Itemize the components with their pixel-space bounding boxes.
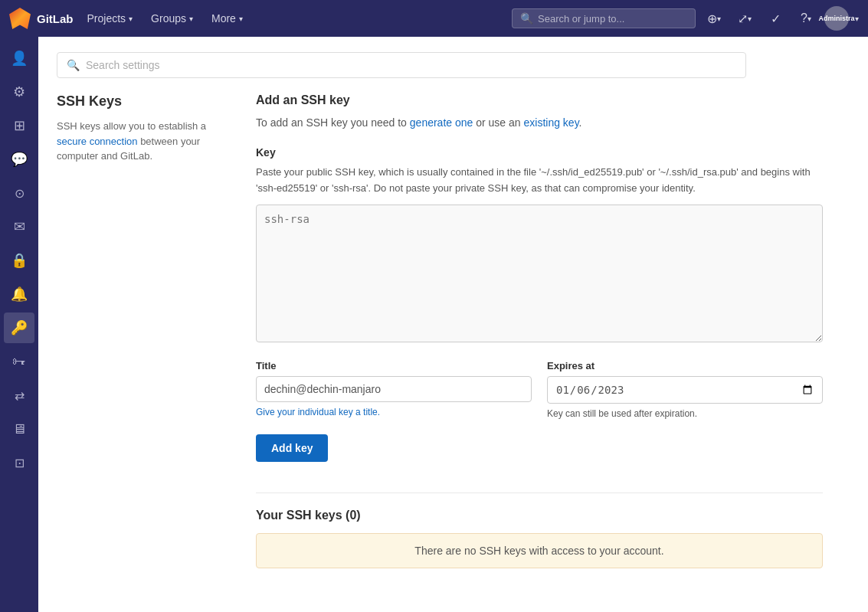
sidebar-item-lock[interactable]: 🔒 bbox=[4, 245, 34, 276]
plus-icon: ⊕ bbox=[707, 11, 717, 26]
mail-icon: ✉ bbox=[14, 218, 25, 235]
content-area: SSH Keys SSH keys allow you to establish… bbox=[57, 93, 823, 568]
question-icon: ? bbox=[801, 11, 807, 25]
sidebar-item-ssh-keys[interactable]: 🔑 bbox=[4, 313, 34, 343]
global-search[interactable]: 🔍 bbox=[512, 8, 696, 28]
nav-action-icons: ⊕ ▾ ⤢ ▾ ✓ ? ▾ Administra ▾ bbox=[702, 6, 859, 31]
title-field-group: Title Give your individual key a title. bbox=[256, 360, 532, 419]
merge-request-icon-btn[interactable]: ⤢ ▾ bbox=[732, 6, 757, 31]
key-field-description: Paste your public SSH key, which is usua… bbox=[256, 165, 823, 197]
chat-icon: 💬 bbox=[11, 151, 28, 168]
settings-search-box: 🔍 bbox=[57, 52, 746, 78]
settings-search-container: 🔍 bbox=[57, 52, 850, 78]
sidebar-item-comments[interactable]: 💬 bbox=[4, 144, 34, 175]
chevron-down-icon: ▾ bbox=[717, 15, 721, 23]
plus-icon-btn[interactable]: ⊕ ▾ bbox=[702, 6, 726, 31]
app-layout: 👤 ⚙ ⊞ 💬 ⊙ ✉ 🔒 🔔 🔑 🗝 ⇄ bbox=[0, 37, 868, 612]
expires-hint: Key can still be used after expiration. bbox=[547, 408, 823, 419]
add-ssh-description: To add an SSH key you need to generate o… bbox=[256, 115, 823, 131]
title-expires-row: Title Give your individual key a title. … bbox=[256, 360, 823, 419]
add-key-button[interactable]: Add key bbox=[256, 434, 328, 462]
gear-icon: ⚙ bbox=[13, 83, 25, 100]
avatar-chevron-icon: ▾ bbox=[855, 15, 859, 23]
top-navigation: GitLab Projects ▾ Groups ▾ More ▾ 🔍 ⊕ ▾ … bbox=[0, 0, 868, 37]
bell-icon: 🔔 bbox=[11, 286, 28, 303]
chevron-down-icon: ▾ bbox=[748, 15, 752, 23]
sidebar-item-apps[interactable]: ⊞ bbox=[4, 110, 34, 141]
help-icon-btn[interactable]: ? ▾ bbox=[794, 6, 818, 31]
profile-icon: 👤 bbox=[11, 50, 28, 67]
expires-input[interactable] bbox=[547, 376, 823, 404]
key-field-label: Key bbox=[256, 146, 823, 159]
search-icon: 🔍 bbox=[67, 59, 80, 71]
key-icon: 🔑 bbox=[11, 319, 28, 336]
nav-groups[interactable]: Groups ▾ bbox=[143, 8, 201, 29]
sidebar-item-profile[interactable]: 👤 bbox=[4, 43, 34, 74]
avatar[interactable]: Administra bbox=[824, 6, 849, 31]
no-ssh-keys-notice: There are no SSH keys with access to you… bbox=[256, 533, 823, 568]
expires-field-group: Expires at Key can still be used after e… bbox=[547, 360, 823, 419]
section-title: SSH Keys bbox=[57, 93, 225, 110]
sidebar-item-mail[interactable]: ✉ bbox=[4, 211, 34, 242]
nav-more[interactable]: More ▾ bbox=[204, 8, 251, 29]
sidebar-item-snippets[interactable]: ⊙ bbox=[4, 178, 34, 208]
no-keys-message: There are no SSH keys with access to you… bbox=[414, 545, 663, 557]
merge-request-icon: ⤢ bbox=[738, 11, 748, 26]
your-ssh-keys-section: Your SSH keys (0) There are no SSH keys … bbox=[256, 493, 823, 568]
sidebar-item-preferences[interactable]: ⇄ bbox=[4, 380, 34, 411]
lock-icon: 🔒 bbox=[11, 252, 28, 269]
your-ssh-keys-title: Your SSH keys (0) bbox=[256, 509, 823, 522]
section-description-panel: SSH Keys SSH keys allow you to establish… bbox=[57, 93, 225, 568]
search-icon: 🔍 bbox=[520, 12, 533, 25]
sidebar-item-settings[interactable]: ⚙ bbox=[4, 77, 34, 107]
chevron-down-icon: ▾ bbox=[189, 15, 193, 23]
snippets-icon: ⊙ bbox=[15, 186, 25, 201]
title-hint: Give your individual key a title. bbox=[256, 407, 532, 417]
key-textarea[interactable] bbox=[256, 205, 823, 342]
sidebar-item-admin[interactable]: ⊡ bbox=[4, 447, 34, 478]
flow-icon: ⇄ bbox=[15, 388, 25, 403]
chevron-down-icon: ▾ bbox=[239, 15, 243, 23]
brand-logo[interactable]: GitLab bbox=[9, 8, 74, 29]
sidebar: 👤 ⚙ ⊞ 💬 ⊙ ✉ 🔒 🔔 🔑 🗝 ⇄ bbox=[0, 37, 38, 612]
title-input[interactable] bbox=[256, 376, 532, 402]
sidebar-item-notifications[interactable]: 🔔 bbox=[4, 279, 34, 309]
existing-key-link[interactable]: existing key bbox=[524, 116, 579, 129]
gitlab-fox-icon bbox=[9, 8, 31, 29]
ssh-keys-form-panel: Add an SSH key To add an SSH key you nee… bbox=[256, 93, 823, 568]
gpg-key-icon: 🗝 bbox=[12, 354, 26, 370]
monitor-icon: 🖥 bbox=[12, 421, 26, 437]
check-icon: ✓ bbox=[771, 11, 781, 26]
expires-label: Expires at bbox=[547, 360, 823, 371]
brand-name: GitLab bbox=[37, 12, 74, 25]
add-ssh-title: Add an SSH key bbox=[256, 93, 823, 107]
chevron-down-icon: ▾ bbox=[807, 15, 811, 23]
secure-connection-link[interactable]: secure connection bbox=[57, 136, 138, 147]
nav-menu: Projects ▾ Groups ▾ More ▾ bbox=[80, 8, 251, 29]
generate-key-link[interactable]: generate one bbox=[410, 116, 473, 129]
section-desc: SSH keys allow you to establish a secure… bbox=[57, 119, 225, 164]
search-input[interactable] bbox=[538, 13, 687, 25]
settings-search-input[interactable] bbox=[86, 59, 736, 71]
sidebar-item-gpg-keys[interactable]: 🗝 bbox=[4, 346, 34, 377]
admin-icon: ⊡ bbox=[15, 456, 25, 470]
apps-icon: ⊞ bbox=[14, 117, 25, 134]
sidebar-item-active-sessions[interactable]: 🖥 bbox=[4, 414, 34, 444]
nav-projects[interactable]: Projects ▾ bbox=[80, 8, 141, 29]
chevron-down-icon: ▾ bbox=[129, 15, 133, 23]
main-content: 🔍 SSH Keys SSH keys allow you to establi… bbox=[38, 37, 868, 612]
title-label: Title bbox=[256, 360, 532, 371]
todo-icon-btn[interactable]: ✓ bbox=[763, 6, 788, 31]
